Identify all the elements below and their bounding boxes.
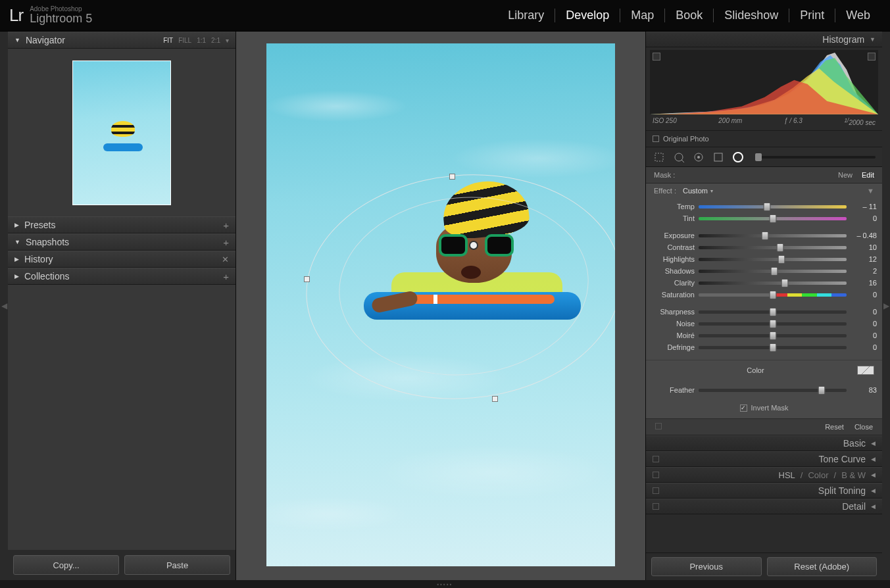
checkbox-icon[interactable] xyxy=(653,135,659,142)
clear-icon[interactable]: ✕ xyxy=(222,255,229,264)
history-header[interactable]: ▶ History ✕ xyxy=(8,251,235,268)
slider-defringe[interactable]: Defringe0 xyxy=(651,341,877,353)
slider-clarity[interactable]: Clarity16 xyxy=(651,277,877,289)
snapshots-title: Snapshots xyxy=(26,237,69,247)
basic-panel-header[interactable]: Basic◀ xyxy=(646,435,882,451)
collections-title: Collections xyxy=(24,271,69,282)
graduated-tool-icon[interactable] xyxy=(712,151,725,164)
radial-center-pin[interactable] xyxy=(469,241,478,250)
meta-fstop: ƒ / 6.3 xyxy=(784,117,803,126)
slider-highlights[interactable]: Highlights12 xyxy=(651,253,877,265)
module-slideshow[interactable]: Slideshow xyxy=(714,9,789,22)
module-library[interactable]: Library xyxy=(497,9,555,22)
copy-button[interactable]: Copy... xyxy=(13,555,119,575)
slider-exposure[interactable]: Exposure– 0.48 xyxy=(651,230,877,241)
brand-block: Adobe Photoshop Lightroom 5 xyxy=(30,5,92,26)
footer-grip[interactable]: ▪▪▪▪▪ xyxy=(0,580,890,588)
mask-footer: Reset Close xyxy=(646,419,882,435)
toggle-icon[interactable] xyxy=(653,487,659,494)
navigator-body[interactable] xyxy=(8,49,235,216)
slider-shadows[interactable]: Shadows2 xyxy=(651,265,877,277)
previous-button[interactable]: Previous xyxy=(651,557,762,576)
toggle-icon[interactable] xyxy=(653,472,659,478)
toggle-icon[interactable] xyxy=(653,503,659,510)
tool-size-slider[interactable] xyxy=(755,156,876,159)
dropdown-icon[interactable]: ▾ xyxy=(710,188,713,194)
mask-edit[interactable]: Edit xyxy=(862,171,874,179)
histogram-graph[interactable] xyxy=(650,50,878,114)
redeye-tool-icon[interactable] xyxy=(692,151,705,164)
histogram-header[interactable]: Histogram ▼ xyxy=(646,32,882,47)
disclosure-icon: ▼ xyxy=(14,37,20,43)
slider-noise[interactable]: Noise0 xyxy=(651,318,877,330)
slider-contrast[interactable]: Contrast10 xyxy=(651,241,877,253)
disclosure-icon[interactable]: ▼ xyxy=(867,187,874,195)
module-print[interactable]: Print xyxy=(789,9,835,22)
tonecurve-panel-header[interactable]: Tone Curve◀ xyxy=(646,451,882,467)
color-row[interactable]: Color xyxy=(646,360,882,380)
slider-temp[interactable]: Temp– 11 xyxy=(651,201,877,212)
app-header: Lr Adobe Photoshop Lightroom 5 Library D… xyxy=(0,0,890,32)
paste-button[interactable]: Paste xyxy=(124,555,230,575)
navigator-header[interactable]: ▼ Navigator FIT FILL 1:1 2:1 ▾ xyxy=(8,32,235,49)
slider-saturation[interactable]: Saturation0 xyxy=(651,289,877,301)
canvas[interactable] xyxy=(236,32,645,580)
meta-iso: ISO 250 xyxy=(653,117,677,126)
module-web[interactable]: Web xyxy=(835,9,881,22)
meta-shutter: 1/2000 sec xyxy=(844,117,876,126)
toggle-icon[interactable] xyxy=(655,423,662,429)
original-photo-label: Original Photo xyxy=(663,135,709,143)
navigator-thumbnail[interactable] xyxy=(72,61,171,205)
snapshots-header[interactable]: ▼ Snapshots + xyxy=(8,233,235,251)
photo-preview[interactable] xyxy=(266,43,615,566)
history-title: History xyxy=(24,254,53,264)
effect-label: Effect : xyxy=(654,187,676,195)
zoom-menu-icon[interactable]: ▾ xyxy=(226,37,229,44)
radial-handle-left[interactable] xyxy=(304,276,310,282)
detail-panel-header[interactable]: Detail◀ xyxy=(646,499,882,514)
module-develop[interactable]: Develop xyxy=(555,9,620,22)
reset-adobe-button[interactable]: Reset (Adobe) xyxy=(767,557,878,576)
zoom-fit[interactable]: FIT xyxy=(163,37,173,44)
close-link[interactable]: Close xyxy=(854,423,873,431)
spot-tool-icon[interactable] xyxy=(672,151,685,164)
zoom-2-1[interactable]: 2:1 xyxy=(211,37,220,44)
invert-label: Invert Mask xyxy=(751,404,789,412)
slider-feather[interactable]: Feather83 xyxy=(651,384,877,396)
radial-handle-top[interactable] xyxy=(449,174,455,180)
slider-sharpness[interactable]: Sharpness0 xyxy=(651,306,877,318)
brand-big: Lightroom 5 xyxy=(30,12,92,26)
mask-new[interactable]: New xyxy=(838,171,853,179)
radial-tool-icon[interactable] xyxy=(731,151,745,164)
presets-header[interactable]: ▶ Presets + xyxy=(8,216,235,233)
slider-moire[interactable]: Moiré0 xyxy=(651,330,877,341)
reset-link[interactable]: Reset xyxy=(825,423,844,431)
histogram-meta: ISO 250 200 mm ƒ / 6.3 1/2000 sec xyxy=(646,116,882,130)
add-icon[interactable]: + xyxy=(223,271,229,282)
collections-header[interactable]: ▶ Collections + xyxy=(8,268,235,285)
right-edge-grip[interactable]: ▶ xyxy=(882,32,890,580)
effect-value[interactable]: Custom xyxy=(683,187,708,195)
invert-row[interactable]: ✓ Invert Mask xyxy=(646,400,882,419)
disclosure-icon: ▼ xyxy=(14,239,20,245)
left-edge-grip[interactable]: ◀ xyxy=(0,32,8,580)
module-picker: Library Develop Map Book Slideshow Print… xyxy=(497,9,881,22)
module-book[interactable]: Book xyxy=(665,9,714,22)
hsl-panel-header[interactable]: HSL / Color / B & W◀ xyxy=(646,467,882,483)
svg-point-6 xyxy=(733,153,743,162)
add-icon[interactable]: + xyxy=(223,237,229,248)
checkbox-icon[interactable]: ✓ xyxy=(740,404,747,412)
crop-tool-icon[interactable] xyxy=(653,151,666,164)
zoom-1-1[interactable]: 1:1 xyxy=(197,37,206,44)
color-swatch[interactable] xyxy=(857,366,874,375)
disclosure-icon: ◀ xyxy=(871,487,876,494)
split-panel-header[interactable]: Split Toning◀ xyxy=(646,483,882,499)
slider-tint[interactable]: Tint0 xyxy=(651,212,877,224)
original-photo-row[interactable]: Original Photo xyxy=(646,130,882,147)
module-map[interactable]: Map xyxy=(620,9,665,22)
zoom-fill[interactable]: FILL xyxy=(178,37,191,44)
radial-handle-bottom[interactable] xyxy=(492,396,498,402)
add-icon[interactable]: + xyxy=(223,220,229,231)
mask-label: Mask : xyxy=(654,171,675,179)
toggle-icon[interactable] xyxy=(653,456,659,462)
